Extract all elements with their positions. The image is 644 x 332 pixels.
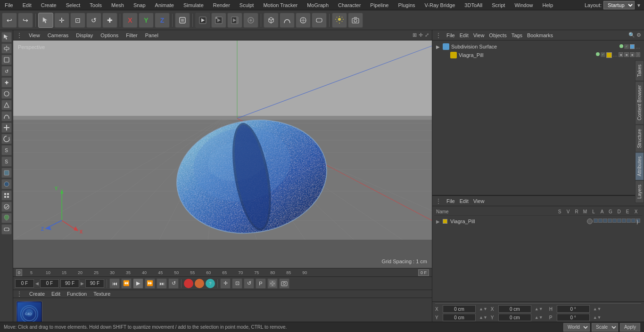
goto-start-button[interactable]: ⏮ — [109, 278, 120, 289]
object-mode-button[interactable] — [175, 13, 190, 28]
attr-row-pill[interactable]: ▶ Viagra_Pill — [434, 218, 642, 225]
left-tool-8[interactable] — [1, 122, 12, 133]
left-tool-11[interactable]: S — [1, 156, 12, 167]
select-tool-button[interactable] — [38, 13, 53, 28]
redo-button[interactable]: ↪ — [18, 13, 33, 28]
menu-edit[interactable]: Edit — [21, 1, 33, 9]
left-tool-7[interactable] — [1, 111, 12, 121]
obj-menu-file[interactable]: File — [446, 32, 455, 38]
scale-tool-button[interactable]: ⊡ — [70, 13, 85, 28]
timeline-ticks[interactable]: 5 10 15 20 25 30 35 40 45 50 55 60 65 70… — [30, 270, 307, 275]
obj-icon-settings[interactable]: ⚙ — [636, 32, 641, 38]
apply-button[interactable]: Apply — [620, 323, 640, 332]
record-button[interactable] — [184, 279, 193, 288]
menu-help[interactable]: Help — [541, 1, 555, 9]
obj-menu-tags[interactable]: Tags — [512, 32, 522, 38]
light-button[interactable] — [332, 13, 347, 28]
move3d-button[interactable]: ✛ — [220, 278, 231, 289]
camera-btn[interactable] — [348, 13, 363, 28]
menu-tools[interactable]: Tools — [88, 1, 104, 9]
coord-h-input[interactable] — [557, 305, 590, 313]
menu-mesh[interactable]: Mesh — [109, 1, 126, 9]
viewport-menu-display[interactable]: Display — [74, 32, 94, 39]
scale3d-button[interactable]: ⊡ — [232, 278, 242, 289]
polygon-button[interactable] — [296, 13, 311, 28]
ab-button[interactable] — [243, 13, 258, 28]
left-tool-2[interactable] — [1, 55, 12, 65]
menu-file[interactable]: File — [3, 1, 15, 9]
tab-layers[interactable]: Layers — [635, 180, 644, 203]
viewport-menu-panel[interactable]: Panel — [144, 32, 160, 39]
menu-plugins[interactable]: Plugins — [396, 1, 417, 9]
loop-button[interactable]: ↺ — [168, 278, 179, 289]
viewport-menu-options[interactable]: Options — [99, 32, 120, 39]
viewport-icon-2[interactable]: ✛ — [419, 32, 423, 38]
z-axis-button[interactable]: Z — [155, 13, 170, 28]
left-tool-17[interactable] — [1, 224, 12, 235]
menu-render[interactable]: Render — [211, 1, 232, 9]
camera-icon-button[interactable] — [279, 278, 289, 289]
coord-x2-input[interactable] — [498, 305, 531, 313]
scale-select[interactable]: Scale — [592, 323, 618, 332]
start-frame-input[interactable] — [15, 279, 34, 288]
y-axis-button[interactable]: Y — [139, 13, 154, 28]
left-tool-6[interactable] — [1, 100, 12, 110]
left-tool-12[interactable] — [1, 168, 12, 178]
left-tool-13[interactable] — [1, 179, 12, 189]
bezier-button[interactable] — [280, 13, 295, 28]
rotate-tool-button[interactable]: ↺ — [86, 13, 101, 28]
menu-simulate[interactable]: Simulate — [182, 1, 206, 9]
goto-end-button[interactable]: ⏭ — [157, 278, 167, 289]
key-button[interactable]: ? — [206, 279, 215, 288]
attr-menu-file[interactable]: File — [446, 198, 455, 204]
coord-y-input[interactable] — [443, 314, 476, 321]
menu-window[interactable]: Window — [512, 1, 535, 9]
left-tool-15[interactable] — [1, 202, 12, 212]
viewport-icon-1[interactable]: ⊞ — [413, 32, 417, 38]
playback-button[interactable]: P — [256, 278, 266, 289]
mat-menu-edit[interactable]: Edit — [51, 291, 60, 297]
step-forward-button[interactable]: ⏩ — [145, 278, 155, 289]
viewport-menu-filter[interactable]: Filter — [124, 32, 139, 39]
menu-mograph[interactable]: MoGraph — [305, 1, 330, 9]
attr-menu-edit[interactable]: Edit — [460, 198, 469, 204]
move-tool-button[interactable]: ✛ — [54, 13, 69, 28]
render-viewport-button[interactable] — [195, 13, 210, 28]
left-tool-0[interactable] — [1, 32, 12, 42]
viewport-icon-3[interactable]: ⤢ — [425, 32, 429, 38]
end-frame-input[interactable] — [60, 279, 79, 288]
left-tool-10[interactable]: S — [1, 145, 12, 155]
layout-select[interactable]: Startup — [603, 1, 635, 9]
obj-icon-search[interactable]: 🔍 — [628, 32, 635, 38]
menu-character[interactable]: Character — [336, 1, 363, 9]
obj-menu-edit[interactable]: Edit — [460, 32, 469, 38]
left-tool-1[interactable] — [1, 43, 12, 54]
end-frame2-input[interactable] — [85, 279, 104, 288]
left-tool-5[interactable] — [1, 89, 12, 99]
viewport-menu-view[interactable]: View — [27, 32, 41, 39]
tab-takes[interactable]: Takes — [635, 60, 644, 81]
menu-create[interactable]: Create — [39, 1, 58, 9]
play-button[interactable]: ▶ — [133, 278, 143, 289]
auto-key-button[interactable] — [195, 279, 204, 288]
mat-menu-function[interactable]: Function — [67, 291, 87, 297]
menu-animate[interactable]: Animate — [153, 1, 176, 9]
left-tool-9[interactable] — [1, 134, 12, 144]
viewport-3d[interactable]: Y X Z Perspective Grid Spacing : 1 cm — [13, 40, 432, 268]
deformer-button[interactable] — [312, 13, 327, 28]
menu-3dtoall[interactable]: 3DToAll — [462, 1, 484, 9]
render-settings-button[interactable] — [227, 13, 242, 28]
step-back-button[interactable]: ⏪ — [121, 278, 132, 289]
menu-script[interactable]: Script — [490, 1, 507, 9]
tab-attributes[interactable]: Attributes — [635, 152, 644, 180]
menu-snap[interactable]: Snap — [132, 1, 148, 9]
menu-pipeline[interactable]: Pipeline — [368, 1, 390, 9]
menu-sculpt[interactable]: Sculpt — [238, 1, 256, 9]
tree-row-subdivision[interactable]: ▶ Subdivision Surface ✓ … — [434, 42, 642, 51]
tab-content-browser[interactable]: Content Browser — [635, 81, 644, 124]
menu-motion-tracker[interactable]: Motion Tracker — [261, 1, 299, 9]
tab-structure[interactable]: Structure — [635, 125, 644, 153]
mat-menu-texture[interactable]: Texture — [93, 291, 110, 297]
world-select[interactable]: World — [563, 323, 590, 332]
cube-button[interactable] — [264, 13, 279, 28]
